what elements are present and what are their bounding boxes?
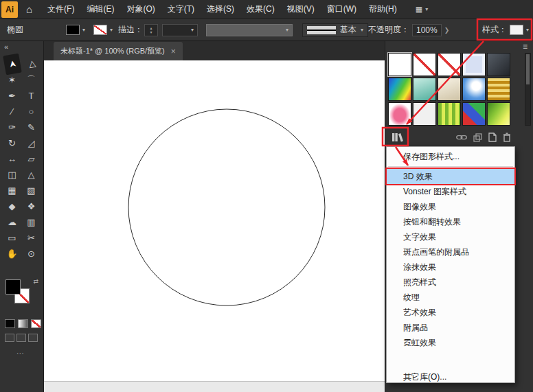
- menu-file[interactable]: 文件(F): [41, 0, 80, 19]
- style-swatch-dark-texture[interactable]: [487, 53, 510, 76]
- selection-tool[interactable]: ➤: [3, 54, 22, 76]
- stroke-color-swatch[interactable]: [93, 25, 107, 35]
- style-swatch-blue-frame[interactable]: [462, 53, 486, 76]
- menu-view[interactable]: 视图(V): [281, 0, 321, 19]
- new-style-icon[interactable]: [488, 132, 497, 142]
- mesh-tool[interactable]: ▦: [3, 183, 22, 198]
- menu-item-buttons-rollovers[interactable]: 按钮和翻转效果: [387, 214, 514, 229]
- swap-fill-stroke-icon[interactable]: ⇄: [33, 278, 38, 285]
- menu-type[interactable]: 文字(T): [161, 0, 201, 19]
- blend-tool[interactable]: ❖: [22, 198, 41, 214]
- direct-selection-tool[interactable]: ▷: [22, 54, 41, 76]
- paintbrush-tool[interactable]: ✑: [3, 119, 22, 135]
- perspective-grid-tool[interactable]: △: [22, 167, 41, 183]
- menu-item-image-effects[interactable]: 图像效果: [387, 199, 514, 214]
- type-tool[interactable]: T: [22, 88, 41, 104]
- duplicate-style-icon[interactable]: [473, 133, 482, 142]
- toolbar-overflow-icon[interactable]: ⋯: [16, 349, 43, 358]
- pencil-tool[interactable]: ✎: [22, 119, 41, 135]
- style-swatch-light-gray[interactable]: [413, 102, 436, 126]
- menu-item-illuminate-styles[interactable]: 照亮样式: [387, 275, 514, 290]
- menu-effect[interactable]: 效果(C): [240, 0, 281, 19]
- collapse-panel-icon[interactable]: «: [0, 41, 43, 54]
- stroke-weight-stepper[interactable]: ▴▾: [144, 19, 158, 41]
- magic-wand-tool[interactable]: ✶: [3, 72, 22, 88]
- menu-item-other-library[interactable]: 其它库(O)...: [387, 369, 514, 384]
- menu-item-textures[interactable]: 纹理: [387, 290, 514, 305]
- slice-tool[interactable]: ✂: [22, 230, 41, 246]
- menu-window[interactable]: 窗口(W): [321, 0, 363, 19]
- style-swatch-gold-stripes[interactable]: [487, 78, 510, 101]
- ellipse-tool[interactable]: ○: [22, 104, 41, 119]
- shape-builder-tool[interactable]: ◫: [3, 167, 22, 183]
- canvas[interactable]: [44, 60, 385, 381]
- style-swatch-sky-gradient[interactable]: [462, 78, 486, 101]
- style-swatch-leaf-pattern[interactable]: [487, 102, 510, 126]
- symbol-sprayer-tool[interactable]: ☁: [3, 214, 22, 230]
- menu-select[interactable]: 选择(S): [201, 0, 240, 19]
- menu-item-scribble-effects[interactable]: 涂抹效果: [387, 260, 514, 275]
- style-swatch-pink-brush[interactable]: [388, 102, 411, 126]
- free-transform-tool[interactable]: ▱: [22, 151, 41, 167]
- style-swatch-teal-gradient[interactable]: [413, 78, 436, 101]
- gradient-button[interactable]: [18, 319, 28, 328]
- pen-tool[interactable]: ✒: [3, 88, 22, 104]
- panel-scrollbar[interactable]: [525, 53, 531, 126]
- draw-inside-button[interactable]: [28, 334, 38, 342]
- menu-item-neon-effects[interactable]: 霓虹效果: [387, 335, 514, 350]
- home-icon[interactable]: ⌂: [26, 3, 32, 15]
- hand-tool[interactable]: ✋: [3, 246, 22, 262]
- menu-item-vonster-patterns[interactable]: Vonster 图案样式: [387, 184, 514, 199]
- menu-help[interactable]: 帮助(H): [363, 0, 403, 19]
- scale-tool[interactable]: ◿: [22, 135, 41, 151]
- menu-object[interactable]: 对象(O): [120, 0, 161, 19]
- style-swatch[interactable]: [510, 25, 523, 35]
- graphic-style-libraries-button[interactable]: [388, 130, 407, 145]
- menu-item-additive[interactable]: 附属品: [387, 320, 514, 335]
- opacity-value[interactable]: 100%: [412, 24, 442, 36]
- close-icon[interactable]: ×: [171, 47, 176, 56]
- color-button[interactable]: [5, 319, 15, 328]
- ellipse-shape[interactable]: [128, 109, 325, 305]
- opacity-control[interactable]: 不透明度： 100% ❯: [368, 19, 449, 41]
- gradient-tool[interactable]: ▧: [22, 183, 41, 198]
- unlink-style-icon[interactable]: [456, 134, 467, 141]
- eyedropper-tool[interactable]: ◆: [3, 198, 22, 214]
- brush-definition-select[interactable]: ▾: [206, 19, 293, 41]
- style-swatch-default[interactable]: [388, 53, 411, 76]
- menu-item-artistic-effects[interactable]: 艺术效果: [387, 305, 514, 320]
- stepper-down-icon[interactable]: ▾: [150, 30, 152, 34]
- panel-flyout-menu-icon[interactable]: ≡: [523, 42, 528, 51]
- menu-item-save-styles[interactable]: 保存图形样式...: [387, 149, 514, 164]
- column-graph-tool[interactable]: ▥: [22, 214, 41, 230]
- style-swatch-color-splash[interactable]: [388, 78, 411, 101]
- document-tab[interactable]: 未标题-1* @ 100% (RGB/预览) ×: [54, 42, 183, 60]
- width-tool[interactable]: ↔: [3, 151, 22, 167]
- style-swatch-none-2[interactable]: [438, 53, 461, 76]
- stroke-style-select[interactable]: 基本 ▾: [302, 19, 368, 41]
- rotate-tool[interactable]: ↻: [3, 135, 22, 151]
- stroke-color-control[interactable]: ▾: [93, 19, 113, 41]
- workspace-switcher[interactable]: ▦ ▾: [416, 5, 428, 14]
- none-button[interactable]: [31, 319, 41, 328]
- style-control[interactable]: 样式： ▾: [482, 19, 529, 41]
- menu-item-3d-effects[interactable]: 3D 效果: [387, 169, 514, 184]
- fill-indicator[interactable]: [5, 279, 21, 295]
- draw-normal-button[interactable]: [5, 334, 14, 342]
- line-segment-tool[interactable]: ∕: [3, 104, 22, 119]
- fill-color-control[interactable]: ▾: [66, 19, 85, 41]
- menu-edit[interactable]: 编辑(E): [80, 0, 120, 19]
- menu-item-blob-brush[interactable]: 斑点画笔的附属品: [387, 244, 514, 260]
- style-swatch-green-stripes[interactable]: [438, 102, 461, 126]
- artboard-tool[interactable]: ▭: [3, 230, 22, 246]
- delete-style-icon[interactable]: [503, 132, 511, 142]
- stroke-weight-select[interactable]: ▾: [162, 19, 198, 41]
- horizontal-scrollbar[interactable]: [44, 381, 385, 392]
- zoom-tool[interactable]: ⊙: [22, 246, 41, 262]
- menu-item-type-effects[interactable]: 文字效果: [387, 229, 514, 244]
- style-swatch-none-1[interactable]: [413, 53, 436, 76]
- style-swatch-multi-color[interactable]: [462, 102, 486, 126]
- style-swatch-cream-gradient[interactable]: [438, 78, 461, 101]
- draw-behind-button[interactable]: [16, 334, 26, 342]
- fill-color-swatch[interactable]: [66, 25, 80, 35]
